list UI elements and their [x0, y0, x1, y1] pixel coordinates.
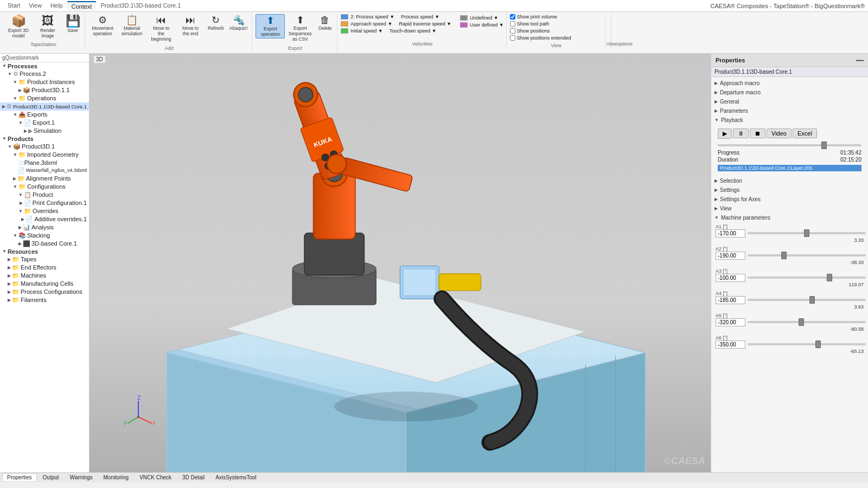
input-a4[interactable] [716, 296, 745, 304]
left-panel[interactable]: gQuestionmark ▼ Processes ▼ ⚙ Process.2 … [0, 54, 90, 472]
input-a2[interactable] [716, 252, 745, 260]
section-header-parameters[interactable]: ▶ Parameters [713, 107, 866, 115]
section-machine-params[interactable]: ▼ Machine parameters A1 [°] 3.20 [713, 214, 866, 354]
tree-processes[interactable]: ▼ Processes [0, 62, 89, 70]
section-departure-macro[interactable]: ▶ Departure macro [713, 88, 866, 97]
section-settings[interactable]: ▶ Settings [713, 186, 866, 194]
section-parameters[interactable]: ▶ Parameters [713, 107, 866, 115]
right-panel-content[interactable]: ▶ Approach macro ▶ Departure macro ▶ Gen… [711, 77, 868, 472]
tree-product-cfg[interactable]: ▼ 📋 Product [0, 191, 89, 199]
tree-alignment[interactable]: ▶ 📁 Alignment Points [0, 175, 89, 183]
tree-simulation[interactable]: ▶ ▶ Simulation [0, 127, 89, 135]
tree-products[interactable]: ▼ Products [0, 135, 89, 143]
btn-pause[interactable]: ⏸ [733, 129, 749, 138]
chk-show-print-volume[interactable]: Show print volume [510, 14, 603, 20]
section-header-playback[interactable]: ▼ Playback [713, 116, 866, 124]
tree-stacking[interactable]: ▼ 📚 Stacking [0, 232, 89, 240]
tree-export1[interactable]: ▼ 📄 Export.1 [0, 119, 89, 127]
tree-imported-geom[interactable]: ▼ 📁 Imported Geometry [0, 151, 89, 159]
btab-warnings[interactable]: Warnings [65, 473, 98, 481]
btn-render-image[interactable]: 🖼 Render image [34, 14, 62, 40]
btn-material-sim[interactable]: 📋 Material simulation [118, 14, 146, 37]
tree-machines[interactable]: ▶ 📁 Machines [0, 272, 89, 280]
chk-show-tool-path[interactable]: Show tool path [510, 21, 603, 27]
input-a6[interactable] [716, 341, 745, 349]
tree-overrides[interactable]: ▼ 📁 Overrides [0, 207, 89, 215]
slider-a3[interactable] [748, 277, 866, 279]
input-a1[interactable] [716, 229, 745, 237]
section-header-settings-axes[interactable]: ▶ Settings for Axes [713, 195, 866, 203]
tree-filaments[interactable]: ▶ 📁 Filaments [0, 296, 89, 304]
btab-3d-detail[interactable]: 3D Detail [177, 473, 209, 481]
btn-excel[interactable]: Excel [793, 129, 817, 138]
btn-abaqus[interactable]: 🔩 Abaqus!! [227, 14, 250, 32]
section-general[interactable]: ▶ General [713, 98, 866, 106]
section-header-approach[interactable]: ▶ Approach macro [713, 79, 866, 87]
btn-video[interactable]: Video [767, 129, 792, 138]
section-header-general[interactable]: ▶ General [713, 98, 866, 106]
section-selection[interactable]: ▶ Selection [713, 177, 866, 185]
slider-a4[interactable] [748, 299, 866, 301]
btn-save[interactable]: 💾 Save [63, 14, 82, 34]
section-playback[interactable]: ▼ Playback ▶ ⏸ ⏹ Video Excel [713, 116, 866, 176]
section-header-selection[interactable]: ▶ Selection [713, 177, 866, 185]
slider-a6[interactable] [748, 343, 866, 345]
section-header-view[interactable]: ▶ View [713, 204, 866, 213]
btn-export-3d[interactable]: 📦 Export 3D model [4, 14, 33, 40]
section-header-machine[interactable]: ▼ Machine parameters [713, 214, 866, 222]
chk-show-pos-extended[interactable]: Show positions extended [510, 35, 603, 41]
tree-product3d1[interactable]: ▼ 📦 Product3D.1 [0, 143, 89, 151]
btn-refresh[interactable]: ↻ Refresh [206, 14, 226, 32]
btn-move-end[interactable]: ⏭ Move to the end [176, 14, 205, 37]
input-a3[interactable] [716, 274, 745, 282]
tree-product3d11[interactable]: ▶ 📦 Product3D.1.1 [0, 86, 89, 94]
tree-tapes[interactable]: ▶ 📁 Tapes [0, 255, 89, 264]
btn-stop[interactable]: ⏹ [750, 129, 765, 138]
section-approach-macro[interactable]: ▶ Approach macro [713, 79, 866, 87]
slider-a5[interactable] [748, 321, 866, 323]
btab-axis-systems-tool[interactable]: AxisSystemsTool [210, 473, 261, 481]
tree-analysis[interactable]: ▶ 📊 Analysis [0, 223, 89, 232]
tab-view[interactable]: View [24, 1, 46, 11]
section-settings-axes[interactable]: ▶ Settings for Axes [713, 195, 866, 203]
btn-movement-op[interactable]: ⚙ Movement operation [88, 14, 117, 37]
btn-play[interactable]: ▶ [718, 129, 732, 139]
tree-wasserfall[interactable]: 📄 Wasserfall_Agilus_v4.3dxml [0, 166, 89, 175]
right-panel-collapse[interactable]: — [856, 56, 864, 65]
tree-3dbased-core2[interactable]: ▶ ⬛ 3D-based Core.1 [0, 240, 89, 248]
tree-exports[interactable]: ▼ 📤 Exports [0, 111, 89, 119]
btab-output[interactable]: Output [38, 473, 64, 481]
tab-context[interactable]: Context [67, 1, 97, 11]
playback-slider[interactable] [718, 144, 861, 146]
tree-end-effectors[interactable]: ▶ 📁 End Effectors [0, 264, 89, 272]
slider-a1[interactable] [748, 232, 866, 234]
input-a5[interactable] [716, 318, 745, 326]
tab-help[interactable]: Help [46, 1, 67, 11]
section-view[interactable]: ▶ View [713, 204, 866, 213]
tab-start[interactable]: Start [3, 1, 24, 11]
btn-export-op[interactable]: ⬆ Export operation [256, 14, 285, 38]
tab-product3d[interactable]: Product3D.1\3D-based Core.1 [96, 1, 185, 11]
tree-print-cfg[interactable]: ▶ 📄 Print Configuration.1 [0, 199, 89, 207]
btab-monitoring[interactable]: Monitoring [98, 473, 133, 481]
btab-vnck-check[interactable]: VNCK Check [135, 473, 176, 481]
section-header-settings[interactable]: ▶ Settings [713, 186, 866, 194]
tree-configurations[interactable]: ▼ 📁 Configurations [0, 183, 89, 191]
tree-process2[interactable]: ▼ ⚙ Process.2 [0, 70, 89, 78]
section-header-departure[interactable]: ▶ Departure macro [713, 88, 866, 97]
tree-process-cfg[interactable]: ▶ 📁 Process Configurations [0, 288, 89, 296]
btn-move-beginning[interactable]: ⏮ Move to the beginning [147, 14, 175, 43]
tree-3dbased-core[interactable]: ▶ ⚙ Product3D.1.1\3D-based Core.1 [0, 102, 89, 111]
slider-a2[interactable] [748, 254, 866, 256]
btn-delete[interactable]: 🗑 Delete [315, 14, 335, 32]
btn-export-sequences[interactable]: ⬆ Export Sequences as CSV [286, 14, 314, 43]
tree-mfg-cells[interactable]: ▶ 📁 Manufacturing Cells [0, 280, 89, 288]
btab-properties[interactable]: Properties [2, 473, 37, 481]
chk-show-positions[interactable]: Show positions [510, 28, 603, 34]
tree-additive-overrides[interactable]: ▶ 📄 Additive overrides.1 [0, 215, 89, 223]
tree-product-instances[interactable]: ▼ 📁 Product Instances [0, 78, 89, 86]
viewport[interactable]: 3D [90, 54, 711, 472]
tree-operations[interactable]: ▼ 📁 Operations [0, 94, 89, 102]
tree-plane3dxml[interactable]: □ Plane.3dxml [0, 159, 89, 166]
tree-resources[interactable]: ▼ Resources [0, 248, 89, 255]
